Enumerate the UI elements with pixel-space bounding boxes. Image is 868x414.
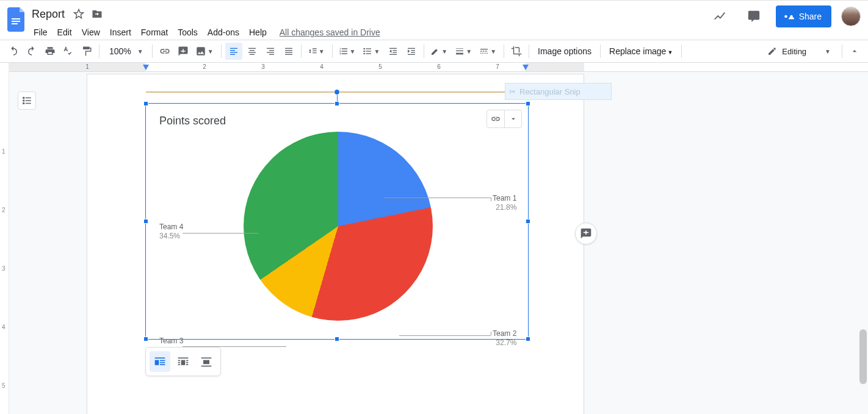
menu-help[interactable]: Help xyxy=(245,25,271,40)
svg-rect-5 xyxy=(230,48,237,49)
svg-rect-51 xyxy=(26,100,31,101)
svg-rect-1 xyxy=(12,21,20,22)
svg-rect-19 xyxy=(285,52,292,52)
vertical-ruler[interactable]: 1 2 3 4 5 xyxy=(0,63,9,414)
svg-rect-14 xyxy=(269,50,274,51)
resize-handle[interactable] xyxy=(143,219,148,224)
menu-addons[interactable]: Add-ons xyxy=(203,25,244,40)
svg-rect-6 xyxy=(230,50,235,51)
paint-format-button[interactable] xyxy=(78,43,95,60)
align-center-button[interactable] xyxy=(244,43,261,60)
rotate-handle[interactable] xyxy=(334,89,340,95)
numbered-list-button[interactable]: ▼ xyxy=(336,43,360,60)
replace-image-button[interactable]: Replace image▼ xyxy=(604,46,678,56)
undo-button[interactable] xyxy=(5,43,22,60)
resize-handle[interactable] xyxy=(143,337,148,341)
star-icon[interactable] xyxy=(72,7,85,21)
right-indent-marker[interactable] xyxy=(522,64,529,71)
document-title[interactable]: Report xyxy=(29,7,67,22)
increase-indent-button[interactable] xyxy=(403,43,420,60)
menu-tools[interactable]: Tools xyxy=(173,25,202,40)
svg-rect-12 xyxy=(250,54,255,55)
redo-button[interactable] xyxy=(23,43,40,60)
menu-bar: File Edit View Insert Format Tools Add-o… xyxy=(29,23,380,40)
svg-rect-28 xyxy=(393,50,397,51)
save-status[interactable]: All changes saved in Drive xyxy=(280,27,380,37)
wrap-break-button[interactable] xyxy=(196,351,217,372)
share-button[interactable]: Share xyxy=(776,5,831,27)
resize-handle[interactable] xyxy=(526,219,530,224)
svg-rect-34 xyxy=(408,54,415,55)
menu-format[interactable]: Format xyxy=(137,25,172,40)
add-comment-fab[interactable] xyxy=(575,223,597,244)
resize-handle[interactable] xyxy=(526,101,530,106)
editing-mode-button[interactable]: Editing▼ xyxy=(761,43,838,60)
svg-rect-25 xyxy=(366,51,372,51)
svg-rect-35 xyxy=(456,48,463,49)
comments-icon[interactable] xyxy=(742,4,766,29)
move-icon[interactable] xyxy=(90,7,104,21)
align-justify-button[interactable] xyxy=(280,43,297,60)
zoom-select[interactable]: 100%▼ xyxy=(103,46,148,56)
align-right-button[interactable] xyxy=(262,43,279,60)
svg-rect-13 xyxy=(267,48,274,49)
collapse-toolbar-button[interactable] xyxy=(846,43,863,60)
spellcheck-button[interactable] xyxy=(60,43,77,60)
svg-rect-31 xyxy=(408,48,415,49)
menu-edit[interactable]: Edit xyxy=(53,25,76,40)
pie-chart xyxy=(244,132,433,321)
svg-point-21 xyxy=(364,48,366,50)
document-outline-button[interactable] xyxy=(18,91,36,110)
wrap-inline-button[interactable] xyxy=(150,351,170,372)
svg-rect-32 xyxy=(411,50,416,51)
docs-logo-icon[interactable] xyxy=(5,3,29,36)
svg-rect-58 xyxy=(178,357,189,359)
border-color-button[interactable]: ▼ xyxy=(428,43,451,60)
line-spacing-button[interactable]: ▼ xyxy=(305,43,328,60)
svg-rect-52 xyxy=(26,103,31,104)
insert-link-button[interactable] xyxy=(156,43,173,60)
resize-handle[interactable] xyxy=(335,101,339,106)
print-button[interactable] xyxy=(42,43,59,60)
svg-rect-4 xyxy=(181,51,186,52)
account-avatar[interactable] xyxy=(841,7,861,26)
menu-view[interactable]: View xyxy=(78,25,104,40)
decrease-indent-button[interactable] xyxy=(385,43,402,60)
add-comment-button[interactable] xyxy=(175,43,192,60)
insert-image-button[interactable]: ▼ xyxy=(193,43,217,60)
border-dash-button[interactable]: ▼ xyxy=(477,43,500,60)
resize-handle[interactable] xyxy=(526,337,530,341)
resize-handle[interactable] xyxy=(143,101,148,106)
svg-rect-30 xyxy=(389,54,397,55)
svg-rect-15 xyxy=(267,52,274,52)
left-indent-marker[interactable] xyxy=(142,64,150,71)
image-wrap-toolbar xyxy=(145,347,221,376)
crop-button[interactable] xyxy=(508,43,525,60)
align-left-button[interactable] xyxy=(225,43,242,60)
svg-rect-50 xyxy=(26,98,31,99)
svg-rect-49 xyxy=(23,102,24,104)
resize-handle[interactable] xyxy=(335,337,339,341)
wrap-text-button[interactable] xyxy=(173,351,193,372)
svg-rect-67 xyxy=(201,366,212,367)
vertical-scrollbar[interactable] xyxy=(859,112,867,402)
svg-rect-9 xyxy=(248,48,256,49)
svg-rect-53 xyxy=(155,357,165,359)
linked-chart-icon[interactable] xyxy=(487,110,504,127)
border-weight-button[interactable]: ▼ xyxy=(452,43,476,60)
chart-options-icon[interactable] xyxy=(504,110,521,127)
svg-rect-41 xyxy=(485,51,487,51)
svg-rect-63 xyxy=(186,360,188,362)
svg-rect-29 xyxy=(393,52,397,52)
bulleted-list-button[interactable]: ▼ xyxy=(360,43,383,60)
svg-rect-65 xyxy=(186,364,188,365)
activity-icon[interactable] xyxy=(707,4,732,29)
scrollbar-thumb[interactable] xyxy=(859,329,867,384)
embedded-chart[interactable]: Points scored Team 1 21.8% Team 2 32.7% … xyxy=(145,103,529,340)
svg-rect-39 xyxy=(480,51,482,51)
menu-insert[interactable]: Insert xyxy=(106,25,136,40)
menu-file[interactable]: File xyxy=(29,25,52,40)
image-options-button[interactable]: Image options xyxy=(533,46,596,56)
chart-title: Points scored xyxy=(159,115,226,127)
horizontal-ruler[interactable]: 1 2 3 4 5 6 7 xyxy=(9,63,868,72)
